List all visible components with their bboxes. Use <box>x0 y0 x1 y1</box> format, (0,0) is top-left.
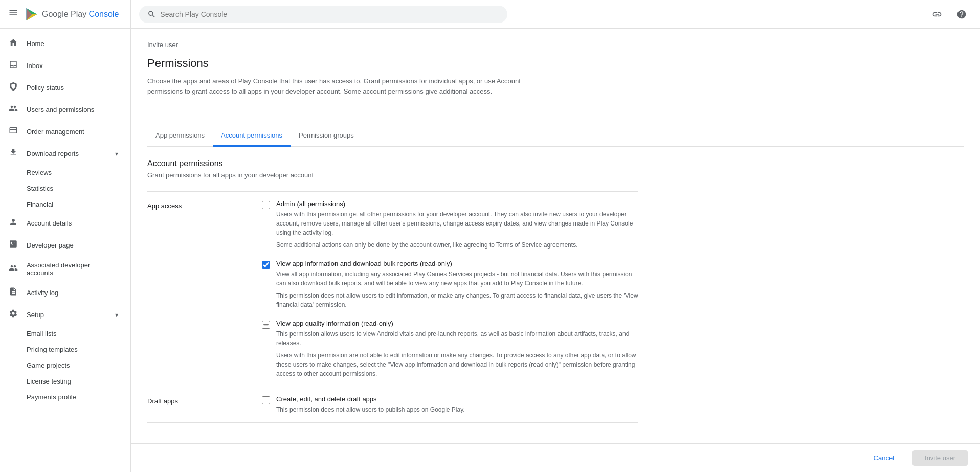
view-app-info-permission-text: View app information and download bulk r… <box>276 260 638 309</box>
orders-icon <box>8 126 18 138</box>
topbar <box>131 0 980 29</box>
tabs-bar: App permissions Account permissions Perm… <box>147 125 964 147</box>
users-icon <box>8 104 18 116</box>
view-app-quality-permission-name: View app quality information (read-only) <box>276 320 638 327</box>
admin-permission-text: Admin (all permissions) Users with this … <box>276 200 638 250</box>
tab-account-permissions[interactable]: Account permissions <box>213 125 291 147</box>
permission-row-app-access: App access Admin (all permissions) Users… <box>147 191 638 387</box>
expand-setup-icon: ▾ <box>115 311 118 319</box>
sidebar-item-pricing-templates[interactable]: Pricing templates <box>0 342 126 357</box>
tab-app-permissions[interactable]: App permissions <box>147 125 213 147</box>
search-icon <box>147 10 156 19</box>
view-app-quality-permission-text: View app quality information (read-only)… <box>276 320 638 378</box>
sidebar-item-setup[interactable]: Setup ▾ <box>0 304 126 326</box>
search-bar[interactable] <box>139 6 507 23</box>
account-permissions-subtitle: Grant permissions for all apps in your d… <box>147 171 638 179</box>
permission-item-admin: Admin (all permissions) Users with this … <box>262 200 638 250</box>
view-app-info-permission-name: View app information and download bulk r… <box>276 260 638 267</box>
tab-permission-groups[interactable]: Permission groups <box>291 125 362 147</box>
policy-icon <box>8 82 18 94</box>
admin-checkbox-wrap[interactable] <box>262 201 270 211</box>
search-input[interactable] <box>160 10 499 18</box>
hamburger-menu-icon[interactable] <box>8 8 18 20</box>
sidebar-item-inbox[interactable]: Inbox <box>0 55 126 77</box>
permission-items-draft-apps: Create, edit, and delete draft apps This… <box>262 395 638 414</box>
admin-permission-name: Admin (all permissions) <box>276 200 638 208</box>
sidebar-header: Google Play Console <box>0 0 130 29</box>
main-content: Invite user Permissions Choose the apps … <box>131 29 980 443</box>
developer-page-icon <box>8 239 18 251</box>
sidebar-item-home[interactable]: Home <box>0 33 126 55</box>
permissions-description: Choose the apps and areas of Play Consol… <box>147 76 526 96</box>
create-draft-checkbox[interactable] <box>262 396 270 404</box>
view-app-quality-checkbox[interactable] <box>262 321 270 329</box>
activity-log-icon <box>8 287 18 299</box>
page-title: Permissions <box>147 57 964 70</box>
create-draft-checkbox-wrap[interactable] <box>262 396 270 406</box>
view-app-info-checkbox[interactable] <box>262 261 270 269</box>
sidebar-item-financial[interactable]: Financial <box>0 196 126 212</box>
logo: Google Play Console <box>25 7 119 21</box>
sidebar-item-payments-profile[interactable]: Payments profile <box>0 389 126 405</box>
view-app-quality-checkbox-wrap[interactable] <box>262 321 270 330</box>
footer: Cancel Invite user <box>131 443 980 472</box>
sidebar-item-policy[interactable]: Policy status <box>0 77 126 99</box>
account-permissions-section: Account permissions Grant permissions fo… <box>147 159 638 423</box>
view-app-quality-permission-desc: This permission allows users to view And… <box>276 329 638 378</box>
sidebar-item-reviews[interactable]: Reviews <box>0 165 126 181</box>
google-play-logo-icon <box>25 7 39 21</box>
sidebar-item-email-lists[interactable]: Email lists <box>0 326 126 342</box>
permission-item-view-app-info: View app information and download bulk r… <box>262 260 638 309</box>
sidebar-item-game-projects[interactable]: Game projects <box>0 357 126 373</box>
account-details-icon <box>8 217 18 229</box>
sidebar-item-associated[interactable]: Associated developer accounts <box>0 256 126 282</box>
sidebar-navigation: Home Inbox Policy status Users and permi… <box>0 29 130 472</box>
create-draft-permission-name: Create, edit, and delete draft apps <box>276 395 638 403</box>
inbox-icon <box>8 60 18 72</box>
view-app-info-checkbox-wrap[interactable] <box>262 261 270 271</box>
help-icon-button[interactable] <box>951 4 972 25</box>
sidebar-item-account-details[interactable]: Account details <box>0 212 126 234</box>
permission-row-draft-apps: Draft apps Create, edit, and delete draf… <box>147 387 638 423</box>
permission-items-app-access: Admin (all permissions) Users with this … <box>262 200 638 378</box>
breadcrumb: Invite user <box>147 41 964 49</box>
sidebar: Google Play Console Home Inbox Policy st… <box>0 0 131 472</box>
sidebar-item-activity-log[interactable]: Activity log <box>0 282 126 304</box>
sidebar-item-license-testing[interactable]: License testing <box>0 373 126 389</box>
sidebar-item-users[interactable]: Users and permissions <box>0 99 126 121</box>
admin-checkbox[interactable] <box>262 201 270 209</box>
create-draft-permission-text: Create, edit, and delete draft apps This… <box>276 395 638 414</box>
logo-text: Google Play Console <box>42 10 119 19</box>
link-icon-button[interactable] <box>927 4 947 25</box>
setup-icon <box>8 309 18 321</box>
account-permissions-title: Account permissions <box>147 159 638 168</box>
home-icon <box>8 38 18 50</box>
sidebar-item-developer-page[interactable]: Developer page <box>0 234 126 256</box>
sidebar-item-orders[interactable]: Order management <box>0 121 126 143</box>
invite-user-button[interactable]: Invite user <box>912 450 968 466</box>
sidebar-item-download[interactable]: Download reports ▾ <box>0 143 126 165</box>
view-app-info-permission-desc: View all app information, including any … <box>276 269 638 309</box>
main-area: Invite user Permissions Choose the apps … <box>131 0 980 472</box>
download-icon <box>8 148 18 160</box>
sidebar-item-statistics[interactable]: Statistics <box>0 181 126 196</box>
permission-category-app-access: App access <box>147 200 250 378</box>
cancel-button[interactable]: Cancel <box>861 450 906 466</box>
permission-item-create-draft: Create, edit, and delete draft apps This… <box>262 395 638 414</box>
create-draft-permission-desc: This permission does not allow users to … <box>276 405 638 414</box>
topbar-actions <box>927 4 972 25</box>
expand-download-icon: ▾ <box>115 150 118 158</box>
permission-category-draft-apps: Draft apps <box>147 395 250 414</box>
admin-permission-desc: Users with this permission get all other… <box>276 210 638 250</box>
associated-icon <box>8 263 18 275</box>
permission-item-view-app-quality: View app quality information (read-only)… <box>262 320 638 378</box>
